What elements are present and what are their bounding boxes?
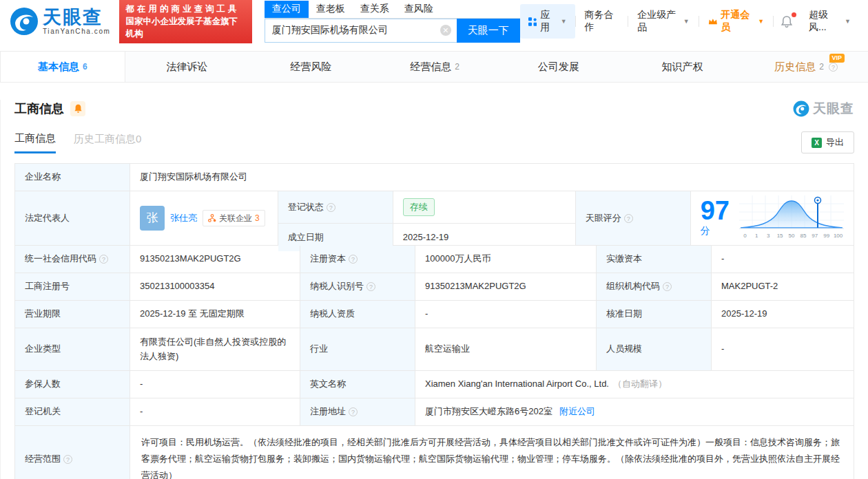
field-value: - xyxy=(130,398,300,425)
subscribe-bell-icon[interactable] xyxy=(70,101,85,116)
help-icon[interactable]: ? xyxy=(99,255,108,264)
field-value: - xyxy=(415,301,597,328)
field-value: - xyxy=(712,246,854,273)
table-row: 参保人数 - 英文名称 Xiamen Xiang'an Internationa… xyxy=(15,371,854,398)
field-value: - xyxy=(130,371,300,398)
tab-intellectual-property[interactable]: 知识产权 xyxy=(621,52,745,82)
logo-subtitle: TianYanCha.com xyxy=(43,28,111,35)
avatar[interactable]: 张 xyxy=(140,206,165,231)
search-input[interactable] xyxy=(265,25,457,36)
tianyancha-logo[interactable]: 天眼查 TianYanCha.com xyxy=(10,7,111,36)
field-label: 法定代表人 xyxy=(15,191,130,245)
help-icon[interactable]: ? xyxy=(349,255,358,264)
help-icon[interactable]: ? xyxy=(366,282,375,291)
clear-input-icon[interactable]: ✕ xyxy=(440,25,451,36)
field-value: 2025-12-19 xyxy=(712,301,854,328)
tianyancha-watermark: 天眼查 xyxy=(793,100,854,118)
field-label: 统一社会信用代码? xyxy=(15,246,130,273)
notifications-bell-icon[interactable] xyxy=(774,15,800,28)
related-companies-badge[interactable]: 关联企业 3 xyxy=(203,210,265,227)
top-header: 天眼查 TianYanCha.com 都在用的商业查询工具 国家中小企业发展子基… xyxy=(0,0,868,43)
chevron-down-icon: ▼ xyxy=(561,18,567,25)
status-badge: 存续 xyxy=(403,198,435,216)
promo-line1: 都在用的商业查询工具 xyxy=(126,3,245,15)
chevron-down-icon: ▼ xyxy=(845,18,851,25)
field-label: 人员规模 xyxy=(597,328,712,370)
nav-enterprise-products[interactable]: 企业级产品 ▼ xyxy=(628,9,698,34)
field-label: 注册地址? xyxy=(300,398,415,425)
org-chart-icon xyxy=(208,214,216,222)
tab-history-info[interactable]: 历史信息2 ? VIP xyxy=(744,52,868,82)
score-value: 97 xyxy=(701,196,730,225)
score-cell: 97 分 xyxy=(691,191,854,245)
field-label: 营业期限 xyxy=(15,301,130,328)
legal-rep-link[interactable]: 张仕亮 xyxy=(170,211,197,225)
main-content: 工商信息 天眼查 工商信息 历史工商信息0 X 导出 企 xyxy=(0,100,868,479)
apps-menu-button[interactable]: 应用 ▼ xyxy=(520,4,575,39)
search-tab-boss[interactable]: 查老板 xyxy=(309,1,353,18)
field-label: 参保人数 xyxy=(15,371,130,398)
search-block: 查公司 查老板 查关系 查风险 ✕ 天眼一下 xyxy=(265,1,520,43)
excel-icon: X xyxy=(812,138,822,148)
registration-info-table: 企业名称 厦门翔安国际机场有限公司 法定代表人 张 张仕亮 xyxy=(14,163,854,479)
help-icon[interactable]: ? xyxy=(349,407,358,416)
table-row: 营业期限 2025-12-19 至 无固定期限 纳税人资质 - 核准日期 202… xyxy=(15,301,854,328)
field-label: 组织机构代码? xyxy=(597,273,712,300)
chart-x-axis: 0131550859799100 xyxy=(739,232,844,240)
field-value: 100000万人民币 xyxy=(415,246,597,273)
search-tab-relation[interactable]: 查关系 xyxy=(353,1,397,18)
field-label: 天眼评分 ? xyxy=(576,191,691,245)
table-row: 工商注册号 350213100003354 纳税人识别号? 91350213MA… xyxy=(15,273,854,301)
score-distribution-chart: 0131550859799100 xyxy=(739,195,844,240)
subtab-history-business-info[interactable]: 历史工商信息0 xyxy=(74,133,141,152)
auto-translate-note: （自动翻译） xyxy=(613,377,667,391)
tab-company-development[interactable]: 公司发展 xyxy=(497,52,621,82)
vip-tag: VIP xyxy=(829,54,845,63)
chevron-down-icon: ▼ xyxy=(683,18,690,25)
tab-operation-risk[interactable]: 经营风险 xyxy=(249,52,373,82)
field-label: 企业名称 xyxy=(15,164,130,191)
help-icon[interactable]: ? xyxy=(327,203,335,212)
field-label: 企业类型 xyxy=(15,328,130,370)
section-title: 工商信息 xyxy=(14,100,64,117)
help-icon[interactable]: ? xyxy=(624,214,633,223)
help-icon[interactable]: ? xyxy=(63,455,72,464)
promo-line2: 国家中小企业发展子基金旗下机构 xyxy=(126,15,245,40)
field-label: 登记机关 xyxy=(15,398,130,425)
address-value: 厦门市翔安区大嶝东路6号202室 附近公司 xyxy=(415,398,854,425)
table-row: 法定代表人 张 张仕亮 关联企业 3 xyxy=(15,191,854,246)
field-value: 航空运输业 xyxy=(415,328,597,370)
field-value: MAK2PUGT-2 xyxy=(712,273,854,300)
bell-icon xyxy=(781,15,793,28)
search-tab-risk[interactable]: 查风险 xyxy=(397,1,441,18)
crown-icon xyxy=(708,17,718,26)
field-value: 91350213MAK2PUGT2G xyxy=(415,273,597,300)
tab-basic-info[interactable]: 基本信息6 xyxy=(0,52,125,82)
nav-super-risk[interactable]: 超级风... ▼ xyxy=(800,9,860,34)
search-button[interactable]: 天眼一下 xyxy=(457,19,520,43)
help-icon[interactable]: ? xyxy=(829,63,838,72)
subtab-business-info[interactable]: 工商信息 xyxy=(14,132,56,153)
field-label: 工商注册号 xyxy=(15,273,130,300)
search-tabs: 查公司 查老板 查关系 查风险 xyxy=(265,1,520,19)
field-value: 有限责任公司(非自然人投资或控股的法人独资) xyxy=(130,328,300,370)
nav-business-coop[interactable]: 商务合作 xyxy=(576,9,628,34)
header-nav: 应用 ▼ 商务合作 企业级产品 ▼ 开通会员 ▼ 超 xyxy=(520,4,860,39)
tianyancha-swirl-icon xyxy=(793,100,809,117)
field-label: 经营范围? xyxy=(15,426,130,479)
help-icon[interactable]: ? xyxy=(663,282,672,291)
company-name-value: 厦门翔安国际机场有限公司 xyxy=(130,164,854,191)
table-row: 企业类型 有限责任公司(非自然人投资或控股的法人独资) 行业 航空运输业 人员规… xyxy=(15,328,854,371)
export-button[interactable]: X 导出 xyxy=(801,131,854,153)
business-scope-value: 许可项目：民用机场运营。（依法须经批准的项目，经相关部门批准后方可开展经营活动，… xyxy=(130,426,854,479)
tab-operation-info[interactable]: 经营信息2 xyxy=(373,52,497,82)
nav-open-vip[interactable]: 开通会员 ▼ xyxy=(699,9,774,34)
notification-dot xyxy=(792,12,796,17)
search-tab-company[interactable]: 查公司 xyxy=(265,1,309,18)
field-label: 纳税人资质 xyxy=(300,301,415,328)
table-row: 经营范围? 许可项目：民用机场运营。（依法须经批准的项目，经相关部门批准后方可开… xyxy=(15,426,854,479)
nearby-companies-link[interactable]: 附近公司 xyxy=(559,405,595,418)
field-label: 核准日期 xyxy=(597,301,712,328)
field-value: 2025-12-19 至 无固定期限 xyxy=(130,301,300,328)
tab-legal-proceedings[interactable]: 法律诉讼 xyxy=(125,52,249,82)
